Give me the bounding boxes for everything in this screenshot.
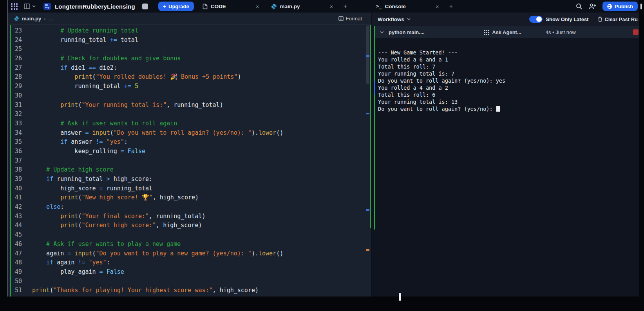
format-button[interactable]: Format — [336, 15, 364, 22]
code-line[interactable]: 48if again != "yes": — [8, 258, 371, 268]
code-line[interactable]: 34answer = input("Do you want to roll ag… — [8, 128, 371, 138]
code-line[interactable]: 24running_total += total — [8, 36, 371, 45]
code-text: play_again = False — [32, 268, 124, 277]
code-line[interactable]: 44print("Current high score:", high_scor… — [8, 221, 371, 230]
code-line[interactable]: 31print("Your running total is:", runnin… — [8, 101, 371, 110]
code-text: print("Current high score:", high_score) — [32, 221, 202, 230]
console-line: --- New Game Started! --- — [378, 49, 644, 56]
globe-icon — [607, 4, 612, 9]
close-icon[interactable]: × — [436, 4, 439, 9]
code-line[interactable]: 26# Check for doubles and give bonus — [8, 54, 371, 63]
code-line[interactable]: 23# Update running total — [8, 26, 371, 36]
upgrade-button[interactable]: + Upgrade — [158, 2, 194, 11]
code-line[interactable]: 25 — [8, 45, 371, 54]
code-line[interactable]: 42else: — [8, 203, 371, 212]
clear-past-runs-button[interactable]: Clear Past Ru — [595, 16, 640, 23]
code-text: if die1 == die2: — [32, 63, 117, 73]
tab-console[interactable]: >_ Console × — [376, 0, 439, 13]
breadcrumb-file[interactable]: main.py — [22, 16, 41, 22]
code-line[interactable]: 45 — [8, 230, 371, 240]
console-output[interactable]: --- New Game Started! ---You rolled a 6 … — [372, 38, 644, 112]
code-line[interactable]: 32 — [8, 110, 371, 119]
close-icon[interactable]: × — [330, 4, 333, 9]
ruler-git-line — [370, 25, 371, 228]
code-text: # Ask if user wants to play a new game — [32, 240, 181, 249]
layout-toggle-button[interactable] — [24, 4, 36, 9]
code-line[interactable]: 35if answer != "yes": — [8, 137, 371, 147]
search-button[interactable] — [576, 3, 582, 10]
code-line[interactable]: 37 — [8, 156, 371, 166]
top-bar: LongtermRubberyLicensing + Upgrade CODE … — [0, 0, 644, 13]
code-line[interactable]: 36keep_rolling = False — [8, 147, 371, 156]
ask-agent-button[interactable]: Ask Agent... — [482, 29, 524, 36]
code-text: print("You rolled doubles! 🎉 Bonus +5 po… — [32, 72, 241, 82]
new-console-tab-button[interactable]: + — [449, 2, 453, 10]
console-line: You rolled a 6 and a 1 — [378, 56, 644, 63]
python-icon — [14, 16, 19, 21]
project-icon[interactable] — [43, 3, 51, 10]
code-text: print("New high score! 🏆", high_score) — [32, 193, 199, 203]
console-header: Workflows Show Only Latest Clear Past Ru — [372, 13, 644, 26]
code-line[interactable]: 51print("Thanks for playing! Your highes… — [8, 286, 371, 295]
invite-user-icon — [589, 3, 596, 9]
project-title[interactable]: LongtermRubberyLicensing — [55, 3, 135, 10]
code-text: answer = input("Do you want to roll agai… — [32, 128, 283, 138]
git-gutter-indicator — [10, 25, 11, 298]
console-line: Total this roll: 7 — [378, 63, 644, 70]
scrollbar-thumb[interactable] — [366, 25, 369, 84]
code-line[interactable]: 43print("Your final score:", running_tot… — [8, 212, 371, 221]
run-row[interactable]: python main.... Ask Agent... 4s • Just n… — [375, 26, 644, 38]
workflows-dropdown[interactable]: Workflows — [372, 16, 529, 22]
code-line[interactable]: 33# Ask if user wants to roll again — [8, 119, 371, 128]
code-line[interactable]: 41print("New high score! 🏆", high_score) — [8, 193, 371, 203]
code-line[interactable]: 47again = input("Do you want to play a n… — [8, 249, 371, 259]
chevron-down-icon — [32, 5, 36, 7]
run-expand-chevron[interactable] — [380, 31, 384, 34]
code-text: print("Your running total is:", running_… — [32, 101, 223, 110]
breadcrumb: main.py › ... — [8, 16, 336, 22]
code-line[interactable]: 27if die1 == die2: — [8, 63, 371, 73]
breadcrumb-ellipsis[interactable]: ... — [48, 16, 54, 22]
console-body: python main.... Ask Agent... 4s • Just n… — [372, 26, 644, 297]
tab-code[interactable]: CODE × — [203, 0, 259, 13]
letterbox-bottom — [0, 297, 644, 311]
scrollbar[interactable] — [365, 25, 371, 297]
editor-pane: main.py › ... Format 23# Update running … — [8, 13, 371, 297]
new-tab-button[interactable]: + — [343, 2, 347, 10]
letterbox-left — [0, 0, 7, 311]
stop-run-button[interactable] — [633, 29, 639, 35]
code-line[interactable]: 29running_total += 5 — [8, 82, 371, 91]
python-icon — [271, 4, 277, 9]
code-line[interactable]: 46# Ask if user wants to play a new game — [8, 240, 371, 249]
ruler-mark — [366, 55, 369, 57]
terminal-cursor — [496, 106, 500, 112]
console-line: Your running total is: 7 — [378, 70, 644, 77]
close-icon[interactable]: × — [256, 4, 259, 9]
code-text: if running_total > high_score: — [32, 175, 152, 184]
ruler-mark — [366, 113, 369, 114]
run-indicator-bar — [374, 26, 375, 230]
code-line[interactable]: 39if running_total > high_score: — [8, 175, 371, 184]
code-text: print("Thanks for playing! Your highest … — [32, 286, 259, 295]
console-line: Your running total is: 13 — [378, 98, 644, 105]
replit-workspace: LongtermRubberyLicensing + Upgrade CODE … — [0, 0, 644, 311]
code-text: keep_rolling = False — [32, 147, 145, 156]
code-line[interactable]: 28print("You rolled doubles! 🎉 Bonus +5 … — [8, 72, 371, 82]
code-line[interactable]: 38# Update high score — [8, 165, 371, 175]
show-only-latest-toggle[interactable] — [529, 16, 543, 23]
tab-mainpy[interactable]: main.py × — [271, 0, 333, 13]
code-line[interactable]: 30 — [8, 91, 371, 101]
editor-header: main.py › ... Format — [8, 13, 371, 25]
code-line[interactable]: 49play_again = False — [8, 268, 371, 277]
chevron-right-icon: › — [44, 16, 45, 22]
apps-menu-icon[interactable] — [11, 3, 18, 10]
publish-button[interactable]: Publish — [602, 2, 638, 11]
invite-button[interactable] — [589, 3, 596, 9]
code-line[interactable]: 50 — [8, 277, 371, 286]
code-text: else: — [32, 203, 64, 212]
code-text: high_score = running_total — [32, 184, 152, 193]
chevron-down-icon — [407, 18, 411, 20]
code-line[interactable]: 40high_score = running_total — [8, 184, 371, 193]
code-editor[interactable]: 23# Update running total24running_total … — [8, 25, 371, 298]
status-square-button[interactable] — [142, 4, 148, 9]
